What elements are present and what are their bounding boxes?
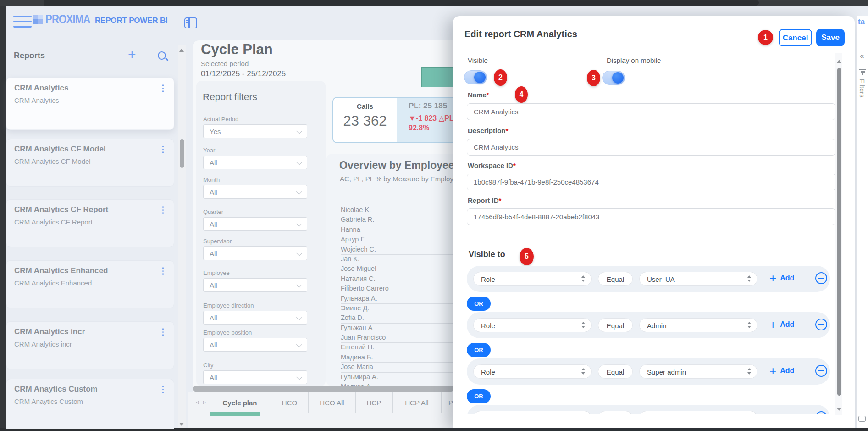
proxima-logo-icon xyxy=(33,15,43,24)
filters-rail xyxy=(857,16,868,428)
report-card[interactable]: CRM Analytics CRM Analytics xyxy=(6,78,174,130)
or-badge: OR xyxy=(467,297,491,311)
description-field[interactable] xyxy=(467,139,835,156)
add-rule-button[interactable]: +Add xyxy=(769,364,794,377)
select-updown-icon xyxy=(747,275,751,282)
horizontal-scrollbar[interactable] xyxy=(193,386,454,392)
plus-icon: + xyxy=(769,318,776,331)
table-row[interactable]: Jose Maria xyxy=(341,363,459,372)
report-card[interactable]: CRM Analytics incr CRM Analytics incr xyxy=(6,321,174,369)
tab-hcp[interactable]: HCP xyxy=(356,392,393,413)
table-row[interactable]: Артур Г. xyxy=(341,235,459,245)
menu-hamburger-icon[interactable] xyxy=(13,16,32,28)
filter-label: Year xyxy=(203,147,215,154)
filter-select-employee-direction[interactable]: All xyxy=(203,311,307,325)
overview-subtitle: AC, PL, PL % by Measure by Employee, xyxy=(340,175,463,183)
table-row[interactable]: Zofia D. xyxy=(341,313,459,323)
select-updown-icon xyxy=(747,368,751,375)
sidebar-scrollbar-thumb[interactable] xyxy=(180,139,184,168)
report-card[interactable]: CRM Anaytics Custom CRM Anaytics Custom xyxy=(6,379,174,429)
report-card-title: CRM Anaytics Custom xyxy=(14,385,98,394)
rule-value-select[interactable]: Admin xyxy=(639,318,757,332)
report-card[interactable]: CRM Analytics CF Report CRM Analytics CF… xyxy=(6,199,174,247)
report-card[interactable]: CRM Analytics Enhanced CRM Analytics Enh… xyxy=(6,260,174,308)
add-report-button[interactable]: + xyxy=(128,50,136,60)
filter-select-year[interactable]: All xyxy=(203,156,307,169)
report-card-menu-icon[interactable] xyxy=(162,328,164,336)
table-row[interactable]: Juan Francisco xyxy=(341,333,459,343)
report-card[interactable]: CRM Analytics CF Model CRM Analytics CF … xyxy=(6,139,174,187)
report-card-menu-icon[interactable] xyxy=(162,267,164,275)
workspace-id-field[interactable] xyxy=(467,174,835,190)
visible-toggle[interactable] xyxy=(464,70,487,84)
remove-rule-button[interactable] xyxy=(815,319,827,330)
chevron-down-icon xyxy=(296,341,302,347)
rule-operator[interactable]: Equal xyxy=(598,364,633,379)
search-icon[interactable] xyxy=(158,51,166,60)
filter-select-employee[interactable]: All xyxy=(203,278,307,292)
name-field[interactable] xyxy=(467,103,835,120)
table-row[interactable]: Filiberto Carrero xyxy=(341,284,459,294)
tab-hcp-all[interactable]: HCP All xyxy=(393,392,442,413)
filter-select-month[interactable]: All xyxy=(203,185,307,199)
table-row[interactable]: Гульнара А. xyxy=(341,294,459,304)
rule-field-select[interactable]: Role xyxy=(473,272,592,286)
table-row[interactable]: Гульмира А. xyxy=(341,373,459,382)
tabs-prev-icon[interactable]: ◃ xyxy=(196,399,199,405)
rule-operator[interactable]: Equal xyxy=(598,318,633,332)
tab-cycle-plan[interactable]: Cycle plan xyxy=(209,392,271,413)
rule-value-select[interactable]: Super admin xyxy=(639,364,757,379)
table-row[interactable]: Gabriela R. xyxy=(341,215,459,225)
rule-field-select[interactable]: Role xyxy=(473,318,592,332)
tabs-next-icon[interactable]: ▹ xyxy=(203,399,206,405)
rule-value-select[interactable]: User_UA xyxy=(639,272,757,286)
scroll-up-icon[interactable] xyxy=(837,60,841,63)
filter-select-quarter[interactable]: All xyxy=(203,217,307,231)
filter-select-actual-period[interactable]: Yes xyxy=(203,124,307,138)
table-row[interactable]: Nicolae K. xyxy=(341,206,459,215)
report-id-field[interactable] xyxy=(467,208,835,225)
table-row[interactable]: Евгений Н. xyxy=(341,343,459,353)
mobile-toggle[interactable] xyxy=(602,71,625,85)
remove-rule-button[interactable] xyxy=(815,272,827,284)
filters-rail-label[interactable]: Filters xyxy=(858,79,866,98)
save-button[interactable]: Save xyxy=(816,29,845,46)
dialog-scrollbar-thumb[interactable] xyxy=(837,68,841,396)
table-row[interactable]: Эмине Д. xyxy=(341,304,459,313)
tab-hco[interactable]: HCO xyxy=(271,392,309,413)
chevron-down-icon xyxy=(296,282,302,288)
filter-select-supervisor[interactable]: All xyxy=(203,246,307,260)
table-row[interactable]: Мадина Б. xyxy=(341,353,459,363)
annotation-badge-5: 5 xyxy=(520,248,534,265)
report-card-menu-icon[interactable] xyxy=(162,386,164,393)
tab-hco-all[interactable]: HCO All xyxy=(309,392,356,413)
rule-operator[interactable]: Equal xyxy=(598,272,633,286)
annotation-badge-3: 3 xyxy=(587,70,600,86)
table-row[interactable]: Hanna xyxy=(341,225,459,235)
add-rule-button[interactable]: +Add xyxy=(769,272,794,285)
sidebar-scrollbar[interactable] xyxy=(178,45,186,428)
remove-rule-button[interactable] xyxy=(815,365,827,377)
filter-icon xyxy=(859,69,866,75)
table-row[interactable]: Гульжан А xyxy=(341,324,459,333)
add-rule-button[interactable]: +Add xyxy=(769,318,794,331)
table-row[interactable]: Jose Miguel xyxy=(341,264,459,274)
picture-in-picture-icon[interactable] xyxy=(858,416,866,422)
report-card-menu-icon[interactable] xyxy=(162,84,164,92)
rule-field-select[interactable]: Role xyxy=(473,364,592,379)
filter-select-employee-position[interactable]: All xyxy=(203,338,307,352)
collapse-rail-icon[interactable]: « xyxy=(860,51,864,61)
scroll-down-icon[interactable] xyxy=(179,423,184,426)
cancel-button[interactable]: Cancel xyxy=(779,29,812,46)
table-row[interactable]: Wojciech C. xyxy=(341,245,459,255)
filter-select-city[interactable]: All xyxy=(203,370,307,384)
scroll-down-icon[interactable] xyxy=(837,408,841,411)
report-card-menu-icon[interactable] xyxy=(162,146,164,153)
scroll-up-icon[interactable] xyxy=(179,49,184,52)
report-card-menu-icon[interactable] xyxy=(162,206,164,214)
sidebar-toggle-icon[interactable] xyxy=(184,17,197,28)
field-label-name: Name* xyxy=(468,91,489,99)
table-row[interactable]: Jan K. xyxy=(341,255,459,264)
table-row[interactable]: Наталия С. xyxy=(341,274,459,284)
filter-label: Actual Period xyxy=(203,116,238,123)
